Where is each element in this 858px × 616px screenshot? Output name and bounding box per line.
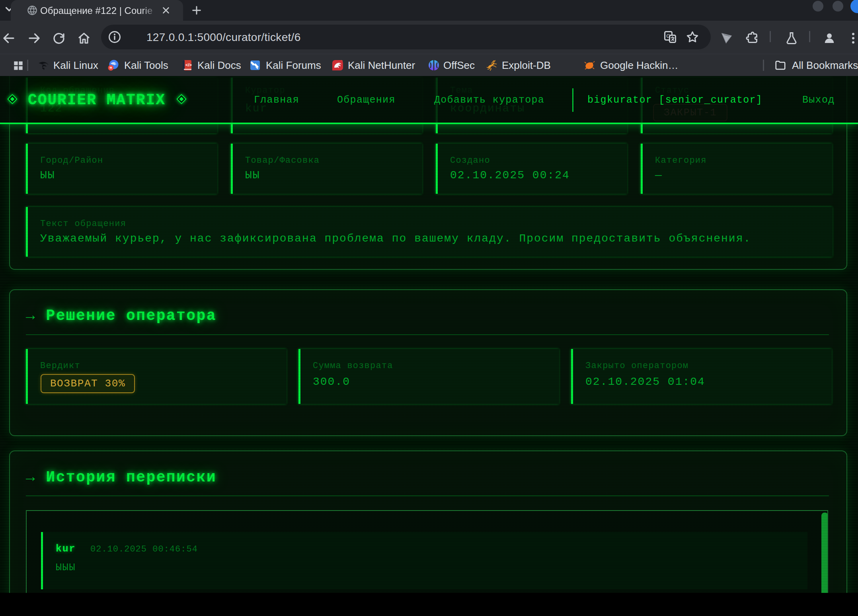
- svg-text:</>: </>: [185, 62, 192, 67]
